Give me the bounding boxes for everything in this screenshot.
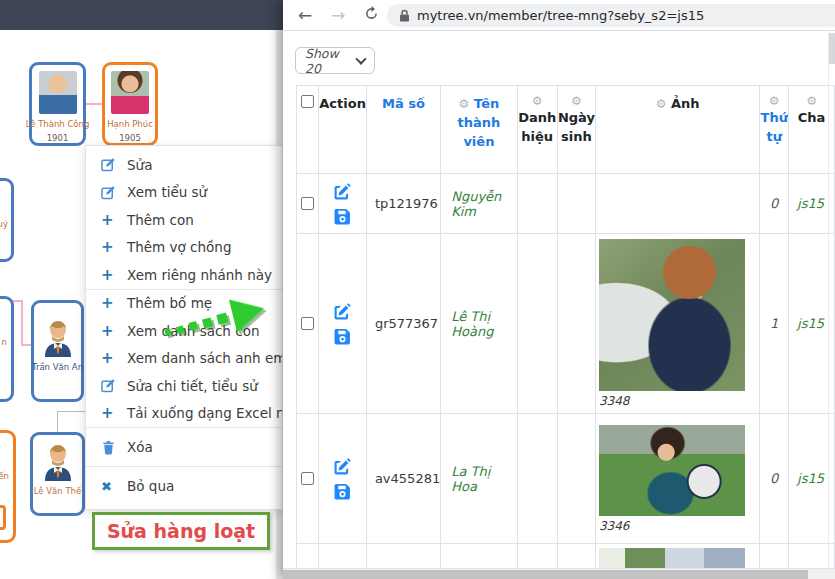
close-icon: ✖ [101,479,127,494]
arrow-dash [188,321,198,331]
bulk-edit-button[interactable]: Sửa hàng loạt [92,512,270,550]
member-danh-hieu [517,234,557,414]
person-card-partial-mid[interactable]: n [0,296,14,402]
column-header-danh-hieu[interactable]: ⚙Danh hiệu [517,86,557,174]
reload-icon[interactable] [360,5,382,25]
members-table: Action Mã số ⚙ Tên thành viên ⚙Danh hiệu… [296,85,835,579]
person-photo [39,71,77,114]
edit-icon[interactable] [333,457,352,476]
member-order: 0 [760,414,789,544]
menu-item-label: Xem danh sách anh em, vợ chồng [127,350,283,366]
tree-top-bar [0,0,283,30]
select-all-cell [297,86,319,174]
person-name: ến [0,471,9,481]
tree-connector-line [57,411,58,432]
gear-icon[interactable]: ⚙ [558,95,595,108]
member-danh-hieu [517,414,557,544]
browser-toolbar: ← → mytree.vn/member/tree-mng?seby_s2=js… [283,0,835,31]
menu-item-label: Xóa [127,439,153,455]
spouse-connector-line [85,103,102,105]
column-header-ten-thanh-vien[interactable]: ⚙ Tên thành viên [441,86,517,174]
gear-icon[interactable]: ⚙ [656,97,667,111]
menu-item-label: Xem tiểu sử [127,184,207,200]
plus-icon: + [101,238,127,256]
member-name: La Thị Hoa [441,414,517,544]
arrow-dash [176,325,184,333]
person-card-hanh-phuc[interactable]: Hạnh Phúc 1905 [102,62,158,146]
arrow-head [229,292,268,333]
menu-item-them-vo-chong[interactable]: + Thêm vợ chồng [86,234,282,262]
gear-icon[interactable]: ⚙ [458,97,469,111]
menu-item-bo-qua[interactable]: ✖ Bỏ qua [86,467,282,505]
edit-icon[interactable] [333,302,352,321]
person-card-tran-van-an[interactable]: Trần Văn An [31,300,84,402]
person-card-le-thanh-cong[interactable]: Lê Thành Công 1901 [29,62,86,146]
gear-icon[interactable]: ⚙ [518,95,557,108]
column-header-action[interactable]: Action [319,86,367,174]
menu-item-xoa[interactable]: Xóa [86,428,282,466]
member-danh-hieu [517,174,557,234]
person-birth-year: 1905 [119,133,141,143]
save-icon[interactable] [334,483,351,500]
row-checkbox[interactable] [301,472,314,485]
member-ngay-sinh [557,414,595,544]
screenshot-stage: Quý n ến Lê Thành Công 1901 Hạnh Phúc 19… [0,0,835,579]
member-name: Lê Thị Hoàng [441,234,517,414]
save-icon[interactable] [334,328,351,345]
menu-item-sua[interactable]: Sửa [86,151,282,179]
menu-item-label: Tải xuống dạng Excel nhánh [127,405,283,421]
forward-icon[interactable]: → [327,5,349,25]
show-entries-select[interactable]: Show 20 [295,47,375,74]
person-name: Lê Thành Công [26,119,90,129]
plus-icon: + [101,404,127,422]
plus-icon: + [101,211,127,229]
url-text: mytree.vn/member/tree-mng?seby_s2=js15 [417,8,704,23]
plus-icon: + [101,349,127,367]
edit-icon[interactable] [333,182,352,201]
menu-item-tai-xuong-excel[interactable]: + Tải xuống dạng Excel nhánh [86,400,282,428]
person-name: Trần Văn An [32,362,83,372]
person-card-partial-corner[interactable] [0,505,6,530]
person-card-partial-top[interactable]: Quý [0,178,14,262]
edit-square-icon [101,157,127,172]
address-bar[interactable]: mytree.vn/member/tree-mng?seby_s2=js15 [387,4,835,27]
menu-item-label: Sửa chi tiết, tiểu sử [127,378,258,394]
vertical-scrollbar-track[interactable] [828,31,835,568]
person-card-le-van-the[interactable]: Lê Văn Thế [30,432,85,516]
column-header-ma-so[interactable]: Mã số [366,86,440,174]
plus-icon: + [101,294,127,312]
menu-item-sua-chi-tiet[interactable]: Sửa chi tiết, tiểu sử [86,372,282,400]
back-icon[interactable]: ← [294,5,316,25]
bulk-edit-label: Sửa hàng loạt [107,520,255,542]
horizontal-scrollbar-thumb[interactable] [283,570,808,579]
member-photo [599,239,745,391]
horizontal-scrollbar-track[interactable] [283,568,835,579]
menu-item-label: Sửa [127,157,152,173]
browser-content: Show 20 Action Mã số ⚙ Tên thành viên ⚙D… [283,31,835,579]
person-photo [111,71,149,114]
chevron-down-icon [355,53,366,64]
menu-item-label: Thêm vợ chồng [127,239,231,255]
gear-icon[interactable]: ⚙ [760,95,788,108]
edit-square-icon [101,185,127,200]
menu-item-xem-tieu-su[interactable]: Xem tiểu sử [86,179,282,207]
menu-item-xem-rieng-nhanh-nay[interactable]: + Xem riêng nhánh này [86,261,282,289]
table-header-row: Action Mã số ⚙ Tên thành viên ⚙Danh hiệu… [297,86,835,174]
member-photo-cell [595,174,759,234]
column-header-anh[interactable]: ⚙ Ảnh [595,86,759,174]
select-all-checkbox[interactable] [301,95,314,108]
member-order: 1 [760,234,789,414]
column-header-thu-tu[interactable]: ⚙Thứ tự [760,86,789,174]
column-header-ngay-sinh[interactable]: ⚙Ngày sinh [557,86,595,174]
row-checkbox[interactable] [301,197,314,210]
family-tree-canvas: Quý n ến Lê Thành Công 1901 Hạnh Phúc 19… [0,0,283,579]
menu-item-them-con[interactable]: + Thêm con [86,206,282,234]
edit-square-icon [101,378,127,393]
member-order: 0 [760,174,789,234]
trash-icon [101,440,127,455]
save-icon[interactable] [334,208,351,225]
member-ngay-sinh [557,174,595,234]
male-avatar-icon [41,443,75,481]
lock-icon [399,9,410,22]
show-entries-value: Show 20 [305,46,357,76]
